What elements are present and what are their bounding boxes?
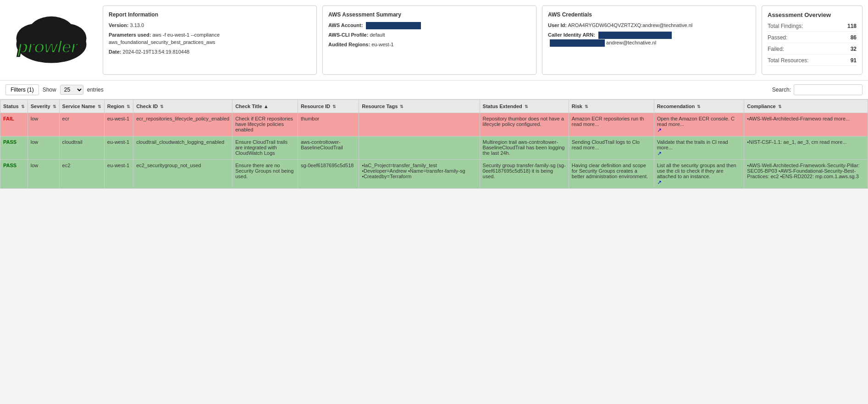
cell-status-extended: Security group transfer-family-sg (sg-0e…	[480, 160, 569, 189]
report-info-card: Report Information Version: 3.13.0 Param…	[103, 5, 317, 75]
cell-service-name: ecr	[59, 113, 104, 136]
filters-button[interactable]: Filters (1)	[6, 84, 39, 95]
cell-risk: Sending CloudTrail logs to Clo read more…	[569, 136, 654, 160]
cell-severity: low	[28, 113, 59, 136]
aws-account-value	[366, 22, 421, 29]
caller-arn-row: Caller Identity ARN: andrew@technative.n…	[548, 31, 750, 47]
table-wrapper: Status ⇅ Severity ⇅ Service Name ⇅ Regio…	[0, 99, 868, 189]
aws-summary-card: AWS Assessment Summary AWS Account: AWS-…	[322, 5, 536, 75]
entries-select[interactable]: 10 25 50 100	[60, 85, 83, 95]
cell-risk: Having clear definition and scope for Se…	[569, 160, 654, 189]
cell-service-name: ec2	[59, 160, 104, 189]
stat-row: Total Resources:91	[768, 57, 857, 66]
cell-resource-id: thumbor	[298, 113, 359, 136]
table-row: PASS low ec2 eu-west-1 ec2_securitygroup…	[0, 160, 868, 189]
cell-region: eu-west-1	[104, 160, 133, 189]
cell-status: PASS	[0, 136, 28, 160]
stat-value: 118	[847, 23, 857, 29]
external-link-icon[interactable]: ↗	[657, 127, 662, 133]
caller-arn-redacted	[598, 32, 672, 39]
report-info-title: Report Information	[109, 11, 311, 18]
cell-status-extended: Repository thumbor does not have a lifec…	[480, 113, 569, 136]
assessment-overview-card: Assessment Overview Total Findings:118Pa…	[762, 5, 862, 75]
assessment-overview-title: Assessment Overview	[768, 11, 857, 18]
stat-value: 86	[851, 34, 857, 41]
stat-label: Total Findings:	[768, 23, 803, 29]
col-severity[interactable]: Severity ⇅	[28, 100, 59, 113]
col-region[interactable]: Region ⇅	[104, 100, 133, 113]
table-row: FAIL low ecr eu-west-1 ecr_repositories_…	[0, 113, 868, 136]
cell-compliance: •AWS-Well-Architected-Framewo read more.…	[744, 113, 868, 136]
cell-resource-tags	[359, 136, 480, 160]
params-row: Parameters used: aws -f eu-west-1 --comp…	[109, 31, 311, 46]
cell-recommendation: List all the security groups and then us…	[654, 160, 744, 189]
stat-row: Passed:86	[768, 34, 857, 43]
cell-region: eu-west-1	[104, 113, 133, 136]
cell-status: FAIL	[0, 113, 28, 136]
col-check-id[interactable]: Check ID ⇅	[133, 100, 232, 113]
search-input[interactable]	[794, 84, 862, 95]
cell-resource-tags	[359, 113, 480, 136]
stat-label: Total Resources:	[768, 57, 808, 64]
cell-region: eu-west-1	[104, 136, 133, 160]
status-badge: PASS	[3, 163, 17, 168]
col-service-name[interactable]: Service Name ⇅	[59, 100, 104, 113]
findings-table: Status ⇅ Severity ⇅ Service Name ⇅ Regio…	[0, 99, 868, 189]
cell-risk: Amazon ECR repositories run th read more…	[569, 113, 654, 136]
search-label: Search:	[772, 87, 791, 93]
controls-left: Filters (1) Show 10 25 50 100 entries	[6, 84, 104, 95]
date-row: Date: 2024-02-19T13:54:19.810448	[109, 48, 311, 56]
cell-check-title: Ensure there are no Security Groups not …	[232, 160, 298, 189]
cell-severity: low	[28, 136, 59, 160]
col-status-extended[interactable]: Status Extended ⇅	[480, 100, 569, 113]
cell-check-id: ecr_repositories_lifecycle_policy_enable…	[133, 113, 232, 136]
stat-value: 32	[851, 46, 857, 52]
external-link-icon[interactable]: ↗	[657, 179, 662, 186]
col-resource-id[interactable]: Resource ID ⇅	[298, 100, 359, 113]
cell-resource-id: aws-controltower-BaselineCloudTrail	[298, 136, 359, 160]
cell-recommendation: Validate that the trails in Cl read more…	[654, 136, 744, 160]
status-badge: PASS	[3, 139, 17, 145]
col-recommendation[interactable]: Recomendation ⇅	[654, 100, 744, 113]
stat-label: Passed:	[768, 34, 787, 41]
cell-resource-tags: •IaC_Project=transfer_family_test •Devel…	[359, 160, 480, 189]
cell-compliance: •NIST-CSF-1.1: ae_1, ae_3, cm read more.…	[744, 136, 868, 160]
svg-text:prowler: prowler	[17, 37, 78, 56]
cell-check-id: ec2_securitygroup_not_used	[133, 160, 232, 189]
stats-container: Total Findings:118Passed:86Failed:32Tota…	[768, 23, 857, 66]
col-status[interactable]: Status ⇅	[0, 100, 28, 113]
search-area: Search:	[772, 84, 862, 95]
table-header: Status ⇅ Severity ⇅ Service Name ⇅ Regio…	[0, 100, 868, 113]
table-body: FAIL low ecr eu-west-1 ecr_repositories_…	[0, 113, 868, 189]
cell-check-id: cloudtrail_cloudwatch_logging_enabled	[133, 136, 232, 160]
header-row: Status ⇅ Severity ⇅ Service Name ⇅ Regio…	[0, 100, 868, 113]
aws-profile-row: AWS-CLI Profile: default	[328, 31, 531, 39]
logo-area: prowler	[6, 5, 97, 75]
cell-check-title: Check if ECR repositories have lifecycle…	[232, 113, 298, 136]
external-link-icon[interactable]: ↗	[657, 150, 662, 157]
cell-service-name: cloudtrail	[59, 136, 104, 160]
aws-summary-title: AWS Assessment Summary	[328, 11, 531, 18]
col-resource-tags[interactable]: Resource Tags ⇅	[359, 100, 480, 113]
cell-recommendation: Open the Amazon ECR console. C read more…	[654, 113, 744, 136]
aws-credentials-title: AWS Credentials	[548, 11, 750, 18]
cell-status: PASS	[0, 160, 28, 189]
aws-account-row: AWS Account:	[328, 22, 531, 29]
stat-row: Total Findings:118	[768, 23, 857, 32]
user-id-row: User Id: AROA4RYGDW6O4QVZRTZXQ:andrew@te…	[548, 22, 750, 29]
status-badge: FAIL	[3, 116, 14, 121]
stat-label: Failed:	[768, 46, 784, 52]
version-row: Version: 3.13.0	[109, 22, 311, 29]
cell-resource-id: sg-0eef6187695c5d518	[298, 160, 359, 189]
aws-credentials-card: AWS Credentials User Id: AROA4RYGDW6O4QV…	[542, 5, 756, 75]
col-compliance[interactable]: Compliance ⇅	[744, 100, 868, 113]
aws-regions-row: Audited Regions: eu-west-1	[328, 41, 531, 49]
cell-severity: low	[28, 160, 59, 189]
col-check-title[interactable]: Check Title ▲	[232, 100, 298, 113]
stat-value: 91	[851, 57, 857, 64]
cell-check-title: Ensure CloudTrail trails are integrated …	[232, 136, 298, 160]
show-label: Show	[43, 87, 56, 93]
cell-status-extended: Multiregion trail aws-controltower-Basel…	[480, 136, 569, 160]
table-row: PASS low cloudtrail eu-west-1 cloudtrail…	[0, 136, 868, 160]
col-risk[interactable]: Risk ⇅	[569, 100, 654, 113]
